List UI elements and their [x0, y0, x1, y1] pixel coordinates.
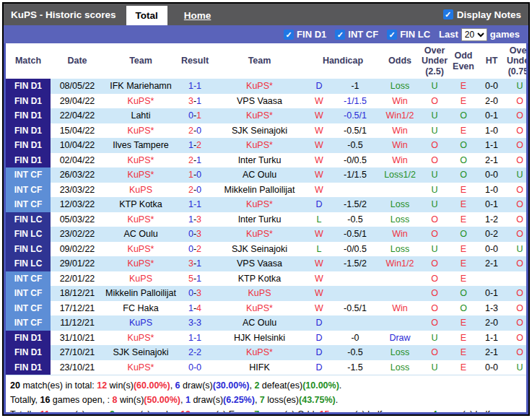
display-notes-checkbox[interactable]: ✓	[443, 9, 453, 19]
table-row: FIN D131/10/21KuPS*1-1HJK HelsinkiD-0Dra…	[6, 331, 528, 346]
home-team-cell: KuPS*	[104, 123, 178, 139]
league-cell: FIN D1	[6, 79, 51, 94]
date-cell: 10/04/22	[51, 138, 104, 153]
over-under-075-cell: O	[505, 256, 528, 271]
league-cell: FIN D1	[6, 345, 51, 360]
over-under-075-cell: U	[505, 242, 528, 257]
away-team-cell: KuPS*	[212, 227, 307, 242]
odd-even-cell: E	[448, 271, 479, 287]
display-notes-label: Display Notes	[457, 9, 521, 20]
score-cell: 0-2	[178, 242, 212, 257]
page-title: KuPS - Historic scores	[4, 4, 126, 25]
over-under-075-cell: O	[505, 286, 528, 301]
table-row: INT CF17/12/21FC Haka1-4KuPS*W-0.5/1WinO…	[6, 301, 528, 316]
over-under-25-cell: U	[421, 79, 448, 94]
away-team-cell: HIFK	[212, 360, 307, 375]
away-team-cell: HJK Helsinki	[212, 331, 307, 346]
date-cell: 22/04/22	[51, 108, 104, 123]
date-cell: 23/03/22	[51, 183, 104, 198]
ht-score-cell: 1-2	[479, 212, 505, 227]
home-team-cell: Mikkelin Palloilijat	[104, 286, 178, 301]
filter-int-cf: ✓ INT CF	[335, 29, 378, 40]
odds-result-cell: Win1/2	[379, 256, 421, 271]
odds-result-cell: Win	[379, 123, 421, 139]
table-row: FIN LC29/01/22KuPS*3-1VPS VaasaW-1.5/2Wi…	[6, 256, 528, 271]
league-cell: FIN D1	[6, 138, 51, 153]
date-cell: 15/04/22	[51, 123, 104, 139]
date-cell: 27/10/21	[51, 345, 104, 360]
match-outcome-cell: W	[307, 123, 331, 139]
app-window: KuPS - Historic scores Total Home ✓ Disp…	[2, 2, 530, 416]
tab-total[interactable]: Total	[126, 6, 167, 25]
home-team-cell: KuPS	[104, 271, 178, 287]
col-team-home: Team	[104, 43, 178, 79]
over-under-25-cell: O	[421, 256, 448, 271]
odds-result-cell: Win	[379, 138, 421, 153]
score-cell: 3-3	[178, 315, 212, 331]
fin-d1-checkbox[interactable]: ✓	[284, 30, 294, 40]
fin-lc-label: FIN LC	[400, 29, 430, 40]
filter-bar: ✓ FIN D1 ✓ INT CF ✓ FIN LC Last 20 games	[4, 25, 528, 43]
away-team-cell: Mikkelin Palloilijat	[212, 183, 307, 198]
away-team-cell: VPS Vaasa	[212, 256, 307, 271]
match-outcome-cell: W	[307, 167, 331, 183]
score-cell: 1-4	[178, 301, 212, 316]
over-under-075-cell: U	[505, 79, 528, 94]
home-team-cell: KuPS*	[104, 167, 178, 183]
match-outcome-cell: W	[307, 301, 331, 316]
ht-score-cell: 1-1	[479, 138, 505, 153]
score-cell: 5-1	[178, 271, 212, 287]
table-row: FIN LC09/02/22KuPS*0-2SJK SeinajokiL-0/0…	[6, 242, 528, 257]
over-under-25-cell: O	[421, 271, 448, 287]
ht-score-cell: 2-0	[479, 315, 505, 331]
home-team-cell: KuPS*	[104, 242, 178, 257]
summary-line: 20 match(es) in total: 12 win(s)(60.00%)…	[10, 378, 526, 393]
table-row: FIN D129/04/22KuPS*3-1VPS VaasaW-1/1.5Wi…	[6, 94, 528, 109]
match-outcome-cell: W	[307, 153, 331, 168]
handicap-cell: -0.5/1	[331, 301, 379, 316]
odds-result-cell: Win	[379, 227, 421, 242]
home-team-cell: KuPS*	[104, 153, 178, 168]
filter-fin-lc: ✓ FIN LC	[387, 29, 430, 40]
league-cell: FIN D1	[6, 331, 51, 346]
away-team-cell: SJK Seinajoki	[212, 242, 307, 257]
over-under-25-cell: O	[421, 212, 448, 227]
int-cf-checkbox[interactable]: ✓	[335, 30, 345, 40]
col-match: Match	[6, 43, 51, 79]
over-under-075-cell: O	[505, 123, 528, 139]
handicap-cell: -1.5/2	[331, 197, 379, 212]
fin-lc-checkbox[interactable]: ✓	[387, 30, 397, 40]
tab-home[interactable]: Home	[175, 6, 221, 25]
home-team-cell: KuPS*	[104, 212, 178, 227]
over-under-075-cell: O	[505, 108, 528, 123]
odd-even-cell: O	[448, 286, 479, 301]
over-under-075-cell: O	[505, 212, 528, 227]
league-cell: INT CF	[6, 197, 51, 212]
table-row: FIN D123/10/21KuPS*0-0HIFKD-1.5LossUE0-0…	[6, 360, 528, 375]
odds-result-cell: Loss1/2	[379, 167, 421, 183]
ht-score-cell: 1-0	[479, 123, 505, 139]
odds-result-cell: Win	[379, 94, 421, 109]
handicap-cell: -0.5/1	[331, 227, 379, 242]
table-row: FIN D102/04/22KuPS*2-1Inter TurkuW-0/0.5…	[6, 153, 528, 168]
match-outcome-cell: D	[307, 315, 331, 331]
odd-even-cell: E	[448, 345, 479, 360]
league-cell: FIN LC	[6, 227, 51, 242]
games-count-select[interactable]: 20	[461, 28, 487, 41]
over-under-25-cell: O	[421, 227, 448, 242]
match-outcome-cell: W	[307, 138, 331, 153]
away-team-cell: VPS Vaasa	[212, 94, 307, 109]
odds-result-cell	[379, 271, 421, 287]
handicap-cell	[331, 183, 379, 198]
away-team-cell: KuPS*	[212, 138, 307, 153]
table-row: FIN LC05/03/22KuPS*1-3Inter TurkuL-0.5Lo…	[6, 212, 528, 227]
handicap-cell: -0.5/1	[331, 123, 379, 139]
odds-result-cell: Loss	[379, 345, 421, 360]
away-team-cell: KuPS*	[212, 301, 307, 316]
match-outcome-cell: W	[307, 183, 331, 198]
handicap-cell: -0	[331, 331, 379, 346]
score-cell: 3-1	[178, 256, 212, 271]
handicap-cell: -0/0.5	[331, 153, 379, 168]
handicap-cell	[331, 271, 379, 287]
match-outcome-cell: D	[307, 345, 331, 360]
